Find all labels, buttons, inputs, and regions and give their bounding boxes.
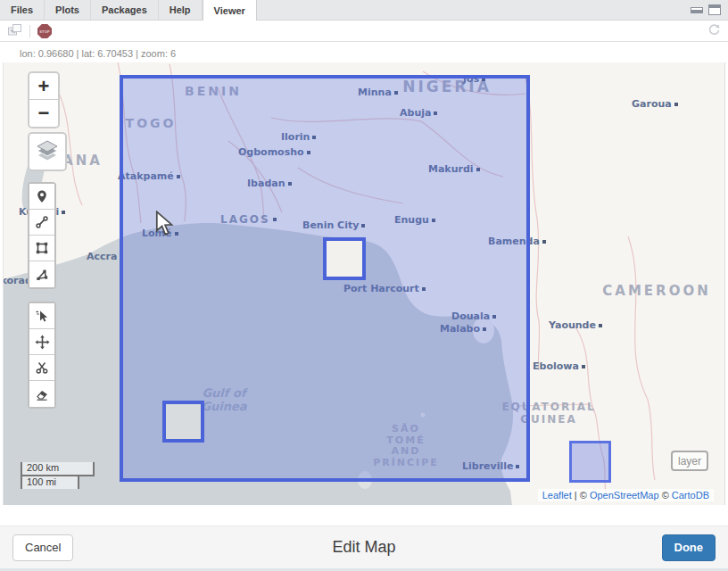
tab-container: FilesPlotsPackagesHelpViewer: [0, 0, 257, 20]
maximize-icon[interactable]: [708, 4, 721, 15]
drag-cursor-icon: [35, 309, 49, 323]
open-in-new-window-icon[interactable]: [7, 23, 22, 40]
copyright-symbol-2: ©: [662, 490, 669, 501]
edit-move-button[interactable]: [29, 329, 54, 355]
move-icon: [35, 335, 50, 350]
scale-mi: 100 mi: [21, 475, 79, 489]
scale-control: 200 km 100 mi: [21, 462, 95, 489]
zoom-control: + −: [28, 71, 60, 128]
minimize-icon[interactable]: [691, 7, 703, 13]
done-button[interactable]: Done: [662, 534, 716, 561]
polygon-icon: [35, 268, 49, 282]
rectangle-icon: [35, 241, 49, 255]
draw-rectangle-button[interactable]: [29, 236, 54, 261]
zoom-out-button[interactable]: −: [29, 100, 58, 127]
zoom-in-button[interactable]: +: [29, 73, 58, 100]
draw-toolbar: [28, 182, 56, 289]
layers-control[interactable]: [28, 132, 67, 171]
draw-marker-button[interactable]: [29, 184, 54, 210]
leaflet-link[interactable]: Leaflet: [542, 490, 572, 501]
drawn-rectangle-small[interactable]: [569, 441, 611, 483]
drawn-rectangle-hole-sea[interactable]: [162, 401, 204, 443]
layer-button[interactable]: layer: [671, 451, 708, 471]
viewer-toolbar: STOP: [0, 21, 728, 42]
pane-tab-bar: FilesPlotsPackagesHelpViewer: [0, 0, 728, 21]
scissors-icon: [35, 360, 49, 375]
tab-help[interactable]: Help: [159, 0, 203, 20]
tab-files[interactable]: Files: [0, 0, 45, 20]
marker-icon: [35, 189, 49, 203]
cancel-button[interactable]: Cancel: [12, 534, 73, 561]
edit-cut-button[interactable]: [29, 355, 54, 381]
eraser-icon: [35, 387, 49, 401]
tab-plots[interactable]: Plots: [45, 0, 91, 20]
edit-toolbar: [28, 302, 56, 409]
page-title: Edit Map: [0, 538, 728, 557]
draw-polyline-button[interactable]: [29, 210, 54, 236]
window-controls: [691, 0, 728, 20]
leaflet-map[interactable]: GHANATOGOBENINNIGERIACAMEROONEQUATORIALG…: [3, 62, 725, 505]
copyright-symbol: ©: [580, 490, 587, 501]
attribution-separator: |: [575, 490, 577, 501]
edit-erase-button[interactable]: [29, 381, 54, 407]
edit-drag-button[interactable]: [29, 303, 54, 329]
stop-button[interactable]: STOP: [37, 24, 52, 38]
drawn-rectangle-hole-warri[interactable]: [323, 237, 366, 280]
tab-packages[interactable]: Packages: [91, 0, 159, 20]
polyline-icon: [35, 215, 49, 229]
toolbar-separator: [29, 25, 30, 37]
map-coordinates-status: lon: 0.96680 | lat: 6.70453 | zoom: 6: [0, 43, 728, 62]
openstreetmap-link[interactable]: OpenStreetMap: [590, 490, 659, 501]
rstudio-viewer-pane: FilesPlotsPackagesHelpViewer STOP lon: 0…: [0, 0, 728, 571]
refresh-icon[interactable]: [707, 23, 721, 40]
cartodb-link[interactable]: CartoDB: [672, 490, 709, 501]
map-attribution: Leaflet | © OpenStreetMap © CartoDB: [538, 489, 714, 501]
draw-polygon-button[interactable]: [29, 261, 54, 287]
gadget-footer: Cancel Edit Map Done: [0, 525, 728, 571]
layers-icon: [35, 140, 60, 163]
tab-viewer[interactable]: Viewer: [203, 0, 257, 21]
